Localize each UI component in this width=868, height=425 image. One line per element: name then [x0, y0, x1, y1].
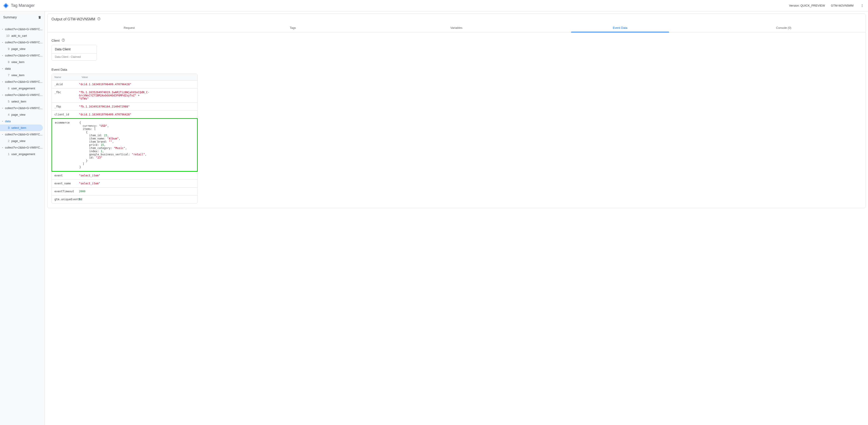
sidebar-group-label: collect?v=2&tid=G-VM9YC...	[5, 27, 42, 31]
sidebar-event[interactable]: 2page_view	[0, 138, 43, 144]
event-data-header-name: Name	[52, 74, 79, 80]
sidebar-event-name: add_to_cart	[11, 34, 27, 37]
version-label: Version: QUICK_PREVIEW	[789, 4, 825, 7]
sidebar-event-name: page_view	[11, 113, 25, 116]
question-circle-icon	[61, 38, 65, 42]
sidebar-event-num: 9	[5, 47, 9, 51]
svg-point-4	[862, 6, 863, 7]
event-data-row[interactable]: event"select_item"	[52, 172, 197, 179]
event-data-value: "fb.1.1635264974019.IwAR1Tiz8WjahXSoCQdN…	[79, 88, 197, 102]
client-title: Data Client	[52, 45, 97, 54]
event-data-value: "fb.1.1634919706164.2140472988"	[79, 103, 197, 111]
sidebar-event-num: 3	[5, 126, 9, 129]
sidebar-group-label: collect?v=2&tid=G-VM9YC...	[5, 93, 42, 97]
sidebar-event-name: view_item	[11, 73, 25, 77]
chevron-down-icon	[1, 133, 4, 135]
sidebar-group-header[interactable]: data	[0, 118, 45, 124]
sidebar-event[interactable]: 6user_engagement	[0, 85, 43, 92]
chevron-down-icon	[1, 120, 4, 122]
sidebar-event-name: user_engagement	[11, 87, 35, 90]
sidebar-event-num: 1	[5, 152, 9, 156]
sidebar-group-header[interactable]: collect?v=2&tid=G-VM9YC...	[0, 79, 45, 85]
sidebar-group-label: collect?v=2&tid=G-VM9YC...	[5, 146, 42, 149]
sidebar-event[interactable]: 1user_engagement	[0, 151, 43, 157]
sidebar-event[interactable]: 8view_item	[0, 59, 43, 65]
help-icon[interactable]	[97, 17, 101, 22]
chevron-down-icon	[1, 41, 4, 43]
more-menu-button[interactable]	[859, 3, 865, 8]
svg-point-2	[862, 4, 863, 5]
sidebar-group-header[interactable]: data	[0, 65, 45, 72]
sidebar-event[interactable]: 10add_to_cart	[0, 32, 43, 39]
event-data-row[interactable]: ecommerce{ currency: "USD", items: [ { i…	[52, 118, 198, 172]
sidebar-event[interactable]: 7view_item	[0, 72, 43, 79]
event-data-value: 2000	[79, 187, 197, 195]
chevron-down-icon	[1, 147, 4, 149]
tab-request[interactable]: Request	[48, 23, 211, 32]
help-icon[interactable]	[61, 38, 65, 43]
summary-label: Summary	[3, 16, 17, 19]
sidebar-group-header[interactable]: collect?v=2&tid=G-VM9YC...	[0, 92, 45, 98]
sidebar-group-header[interactable]: collect?v=2&tid=G-VM9YC...	[0, 26, 45, 32]
sidebar-event-name: select_item	[11, 126, 26, 129]
event-data-row[interactable]: _dcid"dcid.1.1634919706409.470796428"	[52, 80, 197, 88]
event-data-row[interactable]: client_id"dcid.1.1634919706409.470796428…	[52, 111, 197, 118]
sidebar-event-num: 2	[5, 139, 9, 143]
sidebar-group-label: collect?v=2&tid=G-VM9YC...	[5, 133, 42, 136]
sidebar-event-num: 8	[5, 60, 9, 64]
event-data-name: event	[52, 172, 79, 179]
chevron-down-icon	[1, 54, 4, 57]
event-data-value: { currency: "USD", items: [ { item_id: 2…	[80, 119, 197, 171]
sidebar-event[interactable]: 3select_item	[0, 124, 43, 131]
client-section-label: Client	[52, 39, 60, 42]
sidebar-event-num: 5	[5, 100, 9, 103]
brand: Tag Manager	[3, 3, 35, 8]
event-data-header-value: Value	[79, 74, 197, 80]
chevron-down-icon	[1, 68, 4, 70]
sidebar-group-header[interactable]: collect?v=2&tid=G-VM9YC...	[0, 144, 45, 151]
event-data-row[interactable]: gtm.uniqueEventId8	[52, 195, 197, 203]
clear-events-button[interactable]	[38, 16, 41, 19]
sidebar-group-label: data	[5, 67, 11, 70]
topbar: Tag Manager Version: QUICK_PREVIEW GTM-W…	[0, 0, 868, 11]
trash-icon	[38, 16, 41, 19]
more-vertical-icon	[860, 4, 864, 7]
sidebar-group-label: collect?v=2&tid=G-VM9YC...	[5, 54, 42, 57]
client-box[interactable]: Data Client Data Client - Claimed	[52, 45, 97, 61]
chevron-down-icon	[1, 28, 4, 30]
sidebar-group-label: data	[5, 120, 11, 123]
sidebar-group-header[interactable]: collect?v=2&tid=G-VM9YC...	[0, 131, 45, 138]
tab-console[interactable]: Console (0)	[702, 23, 866, 32]
event-data-name: ecommerce	[52, 119, 80, 126]
sidebar-group-header[interactable]: collect?v=2&tid=G-VM9YC...	[0, 105, 45, 111]
tab-variables[interactable]: Variables	[375, 23, 538, 32]
client-sub: Data Client - Claimed	[52, 54, 97, 60]
sidebar-group-header[interactable]: collect?v=2&tid=G-VM9YC...	[0, 52, 45, 59]
event-data-row[interactable]: _fbc"fb.1.1635264974019.IwAR1Tiz8WjahXSo…	[52, 88, 197, 102]
summary-row[interactable]: Summary	[0, 13, 45, 21]
sidebar-event-name: select_item	[11, 100, 26, 103]
sidebar-event[interactable]: 4page_view	[0, 111, 43, 118]
tab-tags[interactable]: Tags	[211, 23, 375, 32]
container-id-label: GTM-W2VN5MM	[831, 4, 854, 7]
event-data-section-label: Event Data	[52, 68, 67, 71]
sidebar-event-name: page_view	[11, 47, 25, 51]
sidebar-event-num: 4	[5, 113, 9, 116]
event-data-row[interactable]: event_name"select_item"	[52, 179, 197, 187]
tag-manager-logo-icon	[3, 3, 9, 8]
tab-event-data[interactable]: Event Data	[538, 23, 702, 32]
sidebar-event[interactable]: 5select_item	[0, 98, 43, 105]
event-data-name: client_id	[52, 111, 79, 118]
event-data-row[interactable]: eventTimeout2000	[52, 187, 197, 195]
event-data-name: eventTimeout	[52, 187, 79, 195]
event-data-value: "select_item"	[79, 172, 197, 179]
event-data-name: gtm.uniqueEventId	[52, 195, 79, 203]
sidebar-group-header[interactable]: collect?v=2&tid=G-VM9YC...	[0, 39, 45, 45]
output-title: Output of GTM-W2VN5MM	[52, 17, 95, 21]
svg-point-8	[63, 41, 63, 41]
event-data-value: 8	[79, 195, 197, 203]
sidebar-event-num: 7	[5, 73, 9, 77]
event-data-row[interactable]: _fbp"fb.1.1634919706164.2140472988"	[52, 102, 197, 111]
sidebar-event[interactable]: 9page_view	[0, 45, 43, 52]
sidebar-event-name: user_engagement	[11, 152, 35, 156]
